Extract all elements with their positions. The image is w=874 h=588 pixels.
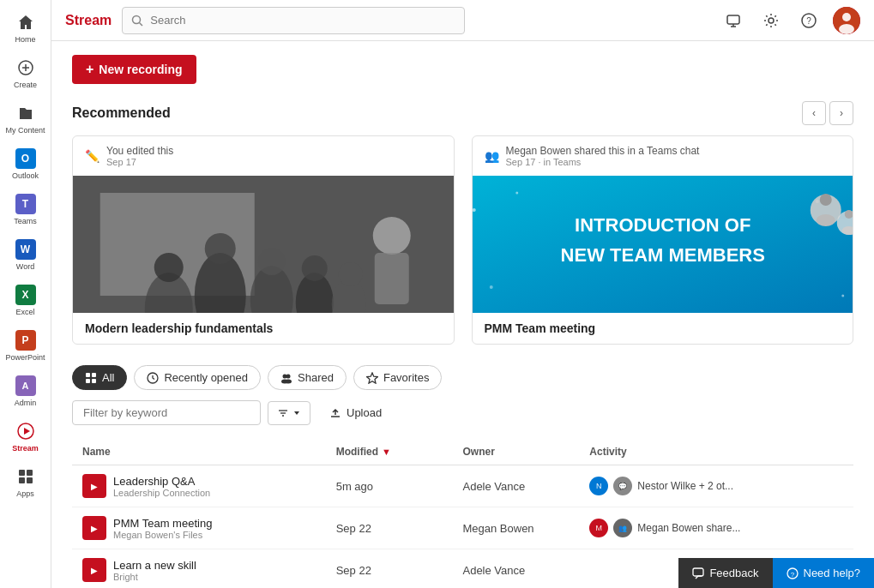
plus-icon: + [86, 62, 93, 77]
card-modern-leadership[interactable]: ✏️ You edited this Sep 17 [72, 135, 455, 345]
table-row[interactable]: ▶ PMM Team meeting Megan Bowen's Files S… [72, 507, 853, 549]
nav-arrows: ‹ › [802, 101, 853, 125]
sidebar-apps-label: Apps [16, 489, 34, 498]
svg-rect-8 [27, 477, 33, 483]
recommended-header: Recommended ‹ › [72, 101, 853, 125]
col-activity: Activity [589, 446, 843, 458]
col-modified[interactable]: Modified ▼ [336, 446, 463, 458]
sidebar-item-create[interactable]: Create [0, 52, 51, 94]
svg-point-47 [844, 210, 853, 219]
tab-shared[interactable]: Shared [268, 365, 347, 390]
row2-name-text: PMM Team meeting Megan Bowen's Files [113, 517, 212, 540]
svg-line-10 [140, 22, 143, 26]
video-icon-3: ▶ [82, 558, 106, 582]
help-icon-btn[interactable]: ? [795, 7, 823, 34]
people-icon: 👥 [485, 149, 499, 163]
sidebar-item-my-content[interactable]: My Content [0, 98, 51, 140]
svg-point-25 [258, 248, 286, 275]
need-help-button[interactable]: ? Need help? [773, 558, 875, 588]
notification-icon-btn[interactable] [720, 7, 747, 34]
topbar: Stream ? [51, 0, 874, 41]
app-title: Stream [65, 13, 112, 28]
sidebar-item-apps[interactable]: Apps [0, 461, 51, 503]
chevron-down-icon [292, 409, 301, 417]
feedback-button[interactable]: Feedback [678, 558, 772, 588]
sidebar-item-outlook[interactable]: O Outlook [0, 143, 51, 185]
svg-rect-6 [27, 470, 33, 476]
svg-marker-4 [24, 428, 30, 435]
home-icon [15, 12, 36, 33]
need-help-label: Need help? [804, 567, 861, 579]
settings-icon [763, 13, 779, 28]
powerpoint-icon: P [15, 330, 36, 351]
svg-point-19 [839, 24, 854, 34]
col-owner: Owner [462, 446, 589, 458]
settings-icon-btn[interactable] [757, 7, 785, 34]
activity-avatar-1: N [589, 477, 608, 495]
sidebar-item-stream[interactable]: Stream [0, 416, 51, 458]
row1-modified: 5m ago [336, 480, 463, 493]
next-arrow[interactable]: › [829, 101, 853, 125]
my-content-icon [15, 103, 36, 123]
svg-point-39 [841, 295, 844, 297]
card2-meta: 👥 Megan Bowen shared this in a Teams cha… [473, 136, 853, 176]
new-recording-label: New recording [99, 63, 182, 76]
sidebar-item-home[interactable]: Home [0, 7, 51, 49]
svg-marker-62 [294, 411, 299, 415]
sidebar-item-teams[interactable]: T Teams [0, 189, 51, 231]
sidebar-item-word[interactable]: W Word [0, 234, 51, 276]
prev-arrow[interactable]: ‹ [802, 101, 826, 125]
card-pmm-meeting[interactable]: 👥 Megan Bowen shared this in a Teams cha… [472, 135, 854, 345]
avatar[interactable] [833, 7, 860, 34]
outlook-icon: O [15, 148, 36, 169]
row3-modified: Sep 22 [336, 564, 463, 577]
table-row[interactable]: ▶ Leadership Q&A Leadership Connection 5… [72, 465, 853, 507]
col-name: Name [82, 446, 336, 458]
upload-icon [329, 407, 341, 419]
sidebar: Home Create My Content O Outlook T Teams… [0, 0, 51, 588]
new-recording-button[interactable]: + New recording [72, 55, 196, 84]
topbar-actions: ? [720, 7, 860, 34]
sidebar-powerpoint-label: PowerPoint [5, 353, 45, 362]
card1-meta-text: You edited this Sep 17 [106, 145, 173, 167]
svg-point-27 [302, 255, 328, 281]
sidebar-item-powerpoint[interactable]: P PowerPoint [0, 325, 51, 367]
tab-favorites[interactable]: Favorites [353, 365, 442, 390]
sidebar-stream-label: Stream [12, 444, 39, 453]
svg-point-14 [769, 18, 774, 23]
search-box[interactable] [122, 7, 465, 34]
search-input[interactable] [150, 14, 455, 27]
svg-rect-7 [19, 477, 25, 483]
row3-name-cell: ▶ Learn a new skill Bright [82, 558, 336, 582]
row2-name-cell: ▶ PMM Team meeting Megan Bowen's Files [82, 516, 336, 540]
card2-date: Sep 17 · in Teams [506, 157, 700, 167]
sort-icon [277, 407, 289, 419]
tab-all-label: All [102, 371, 114, 384]
activity-avatar-2: M [589, 519, 608, 537]
stream-icon [15, 421, 36, 441]
card2-thumbnail: INTRODUCTION OF NEW TEAM MEMBERS [473, 176, 853, 313]
svg-point-45 [816, 214, 835, 226]
activity-avatar-2b: 👥 [613, 519, 632, 537]
svg-rect-63 [693, 568, 703, 576]
svg-point-29 [339, 262, 363, 286]
word-icon: W [15, 239, 36, 260]
sort-button[interactable] [268, 401, 310, 425]
video-icon-2: ▶ [82, 516, 106, 540]
excel-icon: X [15, 285, 36, 305]
tab-recently-opened[interactable]: Recently opened [134, 365, 261, 390]
tab-all[interactable]: All [72, 365, 127, 390]
sidebar-item-excel[interactable]: X Excel [0, 279, 51, 321]
card1-thumbnail [73, 176, 454, 313]
sidebar-outlook-label: Outlook [12, 171, 39, 180]
svg-rect-51 [86, 379, 90, 383]
feedback-bar: Feedback ? Need help? [678, 558, 874, 588]
sidebar-item-admin[interactable]: A Admin [0, 370, 51, 412]
card2-meta-text: Megan Bowen shared this in a Teams chat … [506, 145, 700, 167]
sidebar-mycontent-label: My Content [5, 126, 45, 135]
video-icon-1: ▶ [82, 474, 106, 498]
upload-button[interactable]: Upload [317, 401, 394, 424]
shared-icon [280, 372, 292, 384]
keyword-filter-input[interactable] [72, 400, 261, 425]
svg-text:NEW TEAM MEMBERS: NEW TEAM MEMBERS [560, 244, 764, 266]
